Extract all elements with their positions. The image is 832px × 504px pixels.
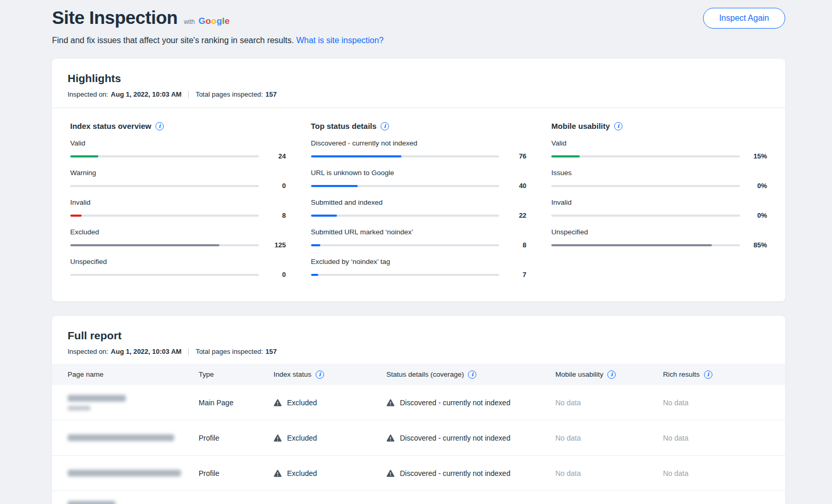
metric-label: Submitted and indexed: [311, 198, 527, 206]
full-report-title: Full report: [68, 329, 770, 342]
column-header: Mobile usabilityi: [555, 370, 663, 379]
page-type-cell: Main Page: [199, 399, 274, 407]
metric-value: 8: [506, 241, 526, 249]
metric-barline: 0: [70, 182, 286, 190]
index-status-cell: Excluded: [274, 469, 386, 478]
metric-label: Submitted URL marked ‘noindex’: [311, 228, 527, 236]
metric-bar-fill: [311, 155, 401, 157]
table-row: ProductInvalidSubmitted, marked ‘noindex…: [52, 491, 785, 504]
table-row: ProfileExcludedDiscovered - currently no…: [52, 456, 785, 491]
metric-value: 125: [266, 241, 286, 249]
metric-bar: [551, 155, 740, 157]
site-inspection-page: Site Inspection with Google Find and fix…: [0, 0, 832, 504]
metric-rows: Discovered - currently not indexed76URL …: [311, 139, 527, 278]
total-pages-label: Total pages inspected:: [196, 348, 263, 355]
metric-value: 0: [266, 271, 286, 278]
metric-label: URL is unknown to Google: [311, 169, 527, 177]
status-details-cell: Discovered - currently not indexed: [386, 399, 555, 407]
page-type-cell: Profile: [199, 434, 274, 442]
metric-barline: 0%: [551, 211, 767, 219]
info-icon[interactable]: i: [381, 122, 389, 130]
column-title: Index status overview: [70, 122, 151, 130]
metric-bar: [70, 274, 259, 276]
metric-row: Discovered - currently not indexed76: [311, 139, 527, 160]
status-details-cell: Discovered - currently not indexed: [386, 469, 555, 478]
google-logo-letter: g: [216, 16, 222, 26]
with-label: with: [184, 18, 194, 25]
info-icon[interactable]: i: [155, 122, 164, 130]
metric-label: Warning: [70, 169, 286, 177]
top-status-details-column: Top status details i Discovered - curren…: [311, 122, 527, 278]
metric-label: Valid: [70, 139, 286, 147]
info-icon[interactable]: i: [704, 370, 712, 379]
metric-label: Issues: [551, 169, 767, 177]
info-icon[interactable]: i: [607, 370, 616, 379]
metric-value: 24: [266, 152, 286, 160]
metric-barline: 8: [311, 241, 527, 249]
metric-barline: 85%: [551, 241, 767, 249]
metric-row: Excluded by ‘noindex’ tag7: [311, 258, 527, 278]
metric-row: Invalid0%: [551, 198, 767, 219]
metric-value: 0: [266, 182, 286, 190]
column-header-label: Rich results: [663, 370, 700, 378]
info-icon[interactable]: i: [316, 370, 324, 379]
status-label: Discovered - currently not indexed: [400, 399, 510, 407]
meta-divider: [188, 348, 189, 355]
metric-bar-fill: [311, 274, 319, 276]
metric-value: 22: [506, 211, 526, 219]
report-table-header: Page nameTypeIndex statusiStatus details…: [52, 364, 785, 385]
google-logo-letter: o: [205, 16, 211, 26]
page-header: Site Inspection with Google Find and fix…: [0, 0, 832, 45]
highlights-card: Highlights Inspected on: Aug 1, 2022, 10…: [52, 59, 785, 301]
warning-icon: [274, 399, 282, 407]
metric-row: Issues0%: [551, 169, 767, 190]
metric-bar-fill: [70, 244, 219, 246]
column-header-label: Mobile usability: [555, 370, 603, 378]
page-name-cell: [68, 395, 199, 410]
inspected-on-value: Aug 1, 2022, 10:03 AM: [111, 348, 181, 355]
what-is-site-inspection-link[interactable]: What is site inspection?: [296, 36, 384, 45]
metric-barline: 22: [311, 211, 527, 219]
metric-bar: [551, 244, 740, 246]
metric-bar: [70, 185, 259, 187]
status-label: Excluded: [287, 469, 317, 478]
metric-value: 8: [266, 211, 286, 219]
metric-row: Submitted URL marked ‘noindex’8: [311, 228, 527, 249]
metric-barline: 0: [70, 271, 286, 278]
metric-bar: [311, 244, 500, 246]
column-header: Rich resultsi: [663, 370, 770, 379]
column-header: Index statusi: [274, 370, 386, 379]
metric-rows: Valid15%Issues0%Invalid0%Unspecified85%: [551, 139, 767, 249]
inspect-again-button[interactable]: Inspect Again: [703, 8, 785, 29]
page-name-redacted: [68, 406, 90, 410]
highlights-title: Highlights: [68, 72, 770, 85]
metric-bar: [311, 274, 500, 276]
info-icon[interactable]: i: [468, 370, 476, 379]
total-pages-value: 157: [266, 90, 277, 98]
highlights-columns: Index status overview i Valid24Warning0I…: [52, 108, 785, 301]
full-report-header: Full report Inspected on: Aug 1, 2022, 1…: [52, 316, 785, 364]
metric-row: Unspecified85%: [551, 228, 767, 249]
mobile-usability-column: Mobile usability i Valid15%Issues0%Inval…: [551, 122, 767, 278]
info-icon[interactable]: i: [614, 122, 622, 130]
highlights-header: Highlights Inspected on: Aug 1, 2022, 10…: [52, 59, 785, 108]
subtitle-text: Find and fix issues that affect your sit…: [52, 36, 294, 45]
total-pages-value: 157: [266, 348, 277, 355]
status-label: Excluded: [287, 434, 317, 442]
warning-icon: [386, 469, 395, 478]
page-name-redacted: [68, 501, 115, 504]
metric-barline: 40: [311, 182, 527, 190]
metric-row: Valid15%: [551, 139, 767, 160]
rich-results-cell: No data: [663, 399, 770, 407]
page-name-cell: [68, 434, 199, 441]
status-details-cell: Discovered - currently not indexed: [386, 434, 555, 442]
metric-row: Excluded125: [70, 228, 286, 249]
metric-bar-fill: [311, 185, 358, 187]
metric-bar-fill: [311, 244, 320, 246]
inspected-on-label: Inspected on:: [68, 348, 108, 355]
metric-label: Excluded by ‘noindex’ tag: [311, 258, 527, 266]
metric-bar-fill: [70, 155, 98, 157]
column-header: Type: [199, 370, 274, 378]
mobile-usability-cell: No data: [555, 469, 663, 478]
metric-barline: 76: [311, 152, 527, 160]
